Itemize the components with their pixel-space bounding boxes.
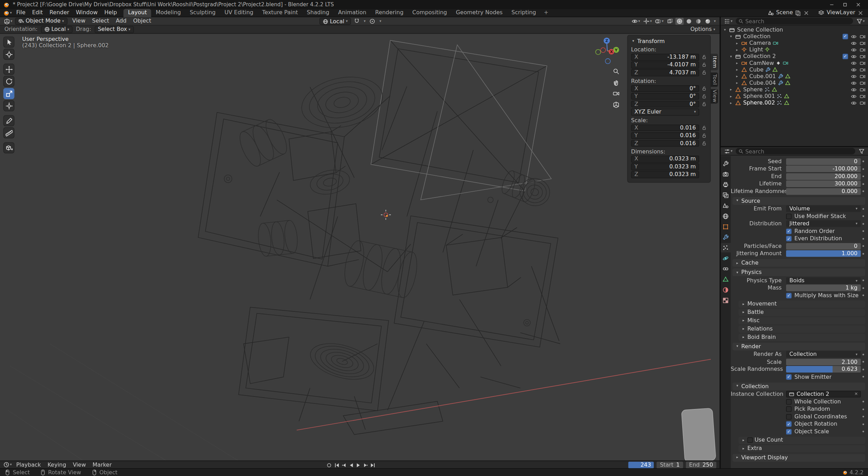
lock-icon[interactable] — [701, 93, 707, 99]
snap-toggle[interactable] — [353, 18, 361, 25]
jump-to-end-button[interactable] — [369, 462, 376, 468]
hide-in-viewport-toggle[interactable] — [851, 47, 857, 53]
navigation-gizmo[interactable]: Z Y X — [592, 35, 623, 66]
scale-y-field[interactable]: Y0.016 — [631, 132, 699, 139]
properties-tab-output[interactable] — [721, 180, 731, 189]
lifetime-randomness-slider[interactable]: 0.000 — [786, 188, 861, 195]
checkbox-use-count[interactable] — [747, 437, 753, 443]
panel-cache[interactable]: ▸Cache — [732, 259, 865, 267]
timeline-menu-playback[interactable]: Playback — [13, 461, 44, 468]
dimensions-y-field[interactable]: Y0.0323 m — [631, 163, 699, 170]
distribution-dropdown[interactable]: Jittered▾ — [786, 220, 861, 227]
properties-tab-scene[interactable] — [721, 201, 731, 210]
animate-property-dot[interactable] — [862, 361, 864, 363]
rotation-x-field[interactable]: X0° — [631, 85, 699, 92]
gizmo-x-negative[interactable] — [601, 48, 606, 52]
tool-transform[interactable] — [3, 100, 15, 111]
timeline-menu-marker[interactable]: Marker — [89, 461, 115, 468]
remove-view-layer-icon[interactable] — [858, 10, 864, 16]
workspace-tab-uv-editing[interactable]: UV Editing — [220, 9, 258, 17]
panel-use-count[interactable]: ▸Use Count — [738, 436, 865, 444]
animate-property-dot[interactable] — [862, 191, 864, 192]
hide-in-viewport-toggle[interactable] — [851, 100, 857, 106]
add-workspace-button[interactable]: + — [541, 9, 552, 17]
dimensions-z-field[interactable]: Z0.0323 m — [631, 171, 699, 178]
frame-end-field[interactable]: End 250 — [686, 462, 716, 468]
timeline-menu-view[interactable]: View — [69, 461, 89, 468]
disable-in-renders-toggle[interactable] — [859, 47, 865, 53]
properties-tab-material[interactable] — [721, 285, 731, 294]
scale-field[interactable]: 2.100 — [786, 359, 861, 365]
outliner-row-camnew[interactable]: ▸CamNew — [721, 60, 868, 66]
hide-in-viewport-toggle[interactable] — [851, 87, 857, 93]
jittering-amount-slider[interactable]: 1.000 — [786, 250, 861, 257]
chevron-right-icon[interactable]: ▸ — [735, 61, 740, 65]
animate-property-dot[interactable] — [862, 287, 864, 289]
transform-panel-header[interactable]: ▾Transform — [631, 37, 707, 45]
play-reverse-button[interactable] — [348, 462, 355, 468]
animate-property-dot[interactable] — [862, 376, 864, 378]
menu-window[interactable]: Window — [73, 9, 101, 17]
disable-in-renders-toggle[interactable] — [859, 34, 865, 40]
outliner-row-sphere-001[interactable]: ▸Sphere.001 — [721, 93, 868, 100]
animate-property-dot[interactable] — [862, 368, 864, 370]
properties-filter-button[interactable] — [858, 148, 866, 155]
panel-relations[interactable]: ▸Relations — [738, 325, 865, 333]
checkbox-pick-random[interactable] — [786, 407, 792, 412]
animate-property-dot[interactable] — [862, 238, 864, 240]
outliner-row-scene-collection[interactable]: ▾Scene Collection — [721, 27, 868, 33]
tool-cursor[interactable] — [3, 49, 15, 60]
hide-in-viewport-toggle[interactable] — [851, 93, 857, 99]
timeline-menu-keying[interactable]: Keying — [44, 461, 69, 468]
lock-icon[interactable] — [701, 62, 707, 68]
tool-add-cube[interactable] — [3, 142, 15, 153]
jump-to-next-keyframe-button[interactable] — [362, 462, 369, 468]
chevron-right-icon[interactable]: ▸ — [735, 75, 740, 78]
viewport-menu-view[interactable]: View — [69, 17, 89, 25]
viewport-menu-add[interactable]: Add — [112, 17, 130, 25]
tool-rotate[interactable] — [3, 76, 15, 87]
checkbox-whole-collection[interactable] — [786, 399, 792, 404]
frame-start-field[interactable]: Start 1 — [657, 462, 683, 468]
drag-dropdown[interactable]: Select Box ▾ — [94, 26, 134, 33]
panel-misc[interactable]: ▸Misc — [738, 317, 865, 324]
outliner-row-cube[interactable]: ▸Cube — [721, 66, 868, 73]
workspace-tab-geometry-nodes[interactable]: Geometry Nodes — [451, 9, 507, 17]
gizmo-y-negative[interactable] — [595, 50, 601, 55]
properties-tab-view-layer[interactable] — [721, 190, 731, 199]
rotation-mode-dropdown[interactable]: XYZ Euler▾ — [631, 108, 699, 116]
location-z-field[interactable]: Z4.7037 m — [631, 69, 699, 76]
animate-property-dot[interactable] — [862, 183, 864, 185]
properties-tab-tool[interactable] — [721, 159, 731, 168]
animate-property-dot[interactable] — [862, 253, 864, 254]
checkbox-use-modifier-stack[interactable] — [786, 214, 792, 219]
shading-rendered-button[interactable] — [703, 17, 712, 25]
tool-move[interactable] — [3, 64, 15, 75]
outliner-row-sphere-002[interactable]: ▸Sphere.002 — [721, 100, 868, 106]
gizmos-dropdown[interactable]: ▾ — [642, 17, 653, 25]
workspace-tab-scripting[interactable]: Scripting — [507, 9, 540, 17]
properties-tab-object-data[interactable] — [721, 275, 731, 284]
play-button[interactable] — [355, 462, 362, 468]
checkbox-random-order[interactable]: ✓ — [786, 228, 792, 234]
properties-tab-physics[interactable] — [721, 253, 731, 262]
checkbox-even-distribution[interactable]: ✓ — [786, 236, 792, 242]
disable-in-renders-toggle[interactable] — [859, 67, 865, 73]
disable-in-renders-toggle[interactable] — [859, 100, 865, 106]
workspace-tab-layout[interactable]: Layout — [124, 9, 151, 17]
checkbox-global-coordinates[interactable] — [786, 414, 792, 419]
outliner-row-collection-2[interactable]: ▾Collection 2✓ — [721, 53, 868, 60]
disable-in-renders-toggle[interactable] — [859, 93, 865, 99]
proportional-editing-toggle[interactable] — [368, 18, 377, 25]
toggle-perspective-button[interactable] — [612, 100, 621, 109]
lock-icon[interactable] — [701, 86, 707, 91]
blender-menu-button[interactable]: ▾ — [2, 9, 13, 16]
emit-from-dropdown[interactable]: Volume▾ — [786, 206, 861, 212]
panel-source[interactable]: ▾Source — [732, 197, 865, 204]
workspace-tab-animation[interactable]: Animation — [334, 9, 371, 17]
menu-edit[interactable]: Edit — [29, 9, 46, 17]
auto-keying-toggle[interactable] — [326, 462, 333, 468]
object-type-visibility-dropdown[interactable]: ▾ — [631, 17, 641, 25]
chevron-right-icon[interactable]: ▸ — [728, 101, 733, 105]
chevron-down-icon[interactable]: ▾ — [728, 35, 733, 38]
